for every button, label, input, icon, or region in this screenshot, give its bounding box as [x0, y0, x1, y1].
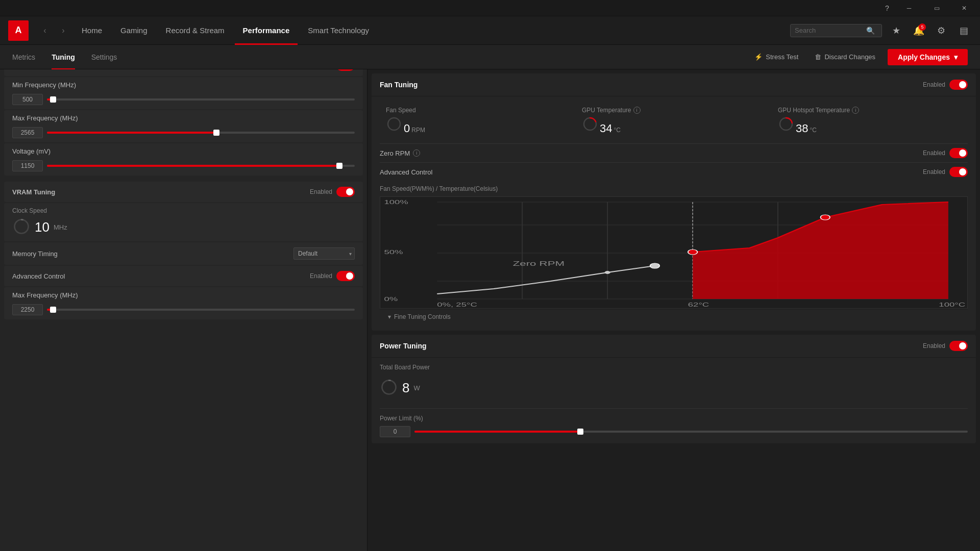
gpu-hotspot-display: 38 °C [778, 116, 962, 135]
fan-tuning-header: Fan Tuning Enabled [372, 73, 976, 96]
stress-test-button[interactable]: ⚡ Stress Test [750, 51, 802, 63]
fine-tuning-row[interactable]: ▾ Fine Tuning Controls [380, 309, 968, 324]
vram-max-freq-input[interactable] [12, 304, 43, 315]
memory-timing-select[interactable]: Default [293, 247, 355, 260]
vram-clock-dial [12, 217, 31, 237]
power-tuning-header: Power Tuning Enabled [372, 335, 976, 358]
max-freq-row [12, 127, 355, 138]
vram-tuning-row: VRAM Tuning Enabled [4, 182, 363, 202]
fan-advanced-toggle[interactable] [949, 167, 968, 177]
fan-tuning-toggle[interactable] [949, 80, 968, 90]
search-input[interactable] [795, 27, 866, 34]
right-panel: Fan Tuning Enabled Fan Speed [368, 69, 980, 551]
memory-timing-row: Memory Timing Default ▾ [4, 242, 363, 265]
power-tuning-title: Power Tuning [380, 342, 427, 350]
svg-point-29 [821, 215, 830, 220]
back-button[interactable]: ‹ [37, 22, 53, 39]
nav-performance[interactable]: Performance [235, 16, 298, 45]
help-icon[interactable]: ? [881, 2, 893, 14]
max-freq-fill [47, 132, 216, 134]
power-limit-track[interactable] [414, 431, 968, 433]
gpu-temp-display: 34 °C [582, 116, 766, 135]
vram-advanced-toggle[interactable] [336, 271, 355, 281]
vram-toggle[interactable] [336, 187, 355, 197]
power-limit-fill [414, 431, 580, 433]
forward-button[interactable]: › [55, 22, 71, 39]
voltage-mv-thumb[interactable] [336, 163, 342, 169]
svg-point-10 [388, 118, 400, 130]
vram-clock-unit: MHz [54, 223, 67, 231]
svg-text:0%: 0% [384, 296, 398, 302]
svg-point-8 [15, 220, 29, 234]
apply-label: Apply Changes [898, 53, 950, 61]
power-limit-input[interactable] [380, 426, 410, 437]
gpu-temp-label: GPU Temperature i [582, 107, 766, 114]
power-tuning-toggle[interactable] [949, 341, 968, 351]
vram-advanced-control-row: Advanced Control Enabled [4, 266, 363, 286]
nav-record-stream[interactable]: Record & Stream [158, 16, 233, 45]
memory-timing-dropdown-wrapper: Default ▾ [293, 247, 355, 260]
fan-chart[interactable]: 100% 50% 0% Zero RPM 62°C 100°C 0%, 25°C [380, 196, 968, 309]
svg-text:62°C: 62°C [688, 302, 709, 308]
fan-tuning-card: Fan Tuning Enabled Fan Speed [372, 73, 976, 331]
max-freq-thumb[interactable] [213, 130, 219, 136]
gpu-temp-unit: °C [614, 127, 620, 134]
gpu-hotspot-dial [778, 116, 794, 135]
voltage-mv-track[interactable] [47, 165, 355, 167]
search-box[interactable]: 🔍 [790, 24, 882, 37]
minimize-button[interactable]: ─ [897, 0, 921, 16]
notifications-button[interactable]: 🔔 5 [911, 22, 927, 39]
subnav-metrics[interactable]: Metrics [12, 45, 35, 69]
zero-rpm-label: Zero RPM [380, 149, 410, 157]
vram-max-freq-section: Max Frequency (MHz) [4, 287, 363, 319]
fan-speed-metric: Fan Speed 0 RPM [380, 103, 576, 139]
navbar: A ‹ › Home Gaming Record & Stream Perfor… [0, 16, 980, 45]
subnav-settings[interactable]: Settings [91, 45, 117, 69]
power-limit-slider-row [380, 426, 968, 437]
svg-text:100°C: 100°C [939, 302, 965, 308]
svg-text:0%, 25°C: 0%, 25°C [437, 302, 477, 308]
power-limit-thumb[interactable] [577, 429, 583, 435]
max-freq-section: Max Frequency (MHz) [4, 110, 363, 142]
amd-logo: A [8, 20, 29, 41]
zero-rpm-enabled: Enabled [923, 149, 945, 157]
nav-smart-technology[interactable]: Smart Technology [300, 16, 377, 45]
nav-home[interactable]: Home [74, 16, 110, 45]
gpu-hotspot-unit: °C [810, 127, 816, 134]
svg-point-37 [382, 381, 396, 394]
gpu-hotspot-info-icon[interactable]: i [852, 107, 859, 114]
zero-rpm-toggle[interactable] [949, 148, 968, 158]
apply-chevron-icon: ▾ [954, 53, 958, 61]
subnav-tuning[interactable]: Tuning [52, 45, 75, 69]
advanced-control-toggle[interactable] [336, 69, 355, 71]
max-freq-input[interactable] [12, 127, 43, 138]
close-button[interactable]: ✕ [952, 0, 976, 16]
fan-speed-label: Fan Speed [386, 107, 570, 114]
min-freq-input[interactable] [12, 94, 43, 105]
nav-gaming[interactable]: Gaming [112, 16, 156, 45]
svg-text:Zero RPM: Zero RPM [513, 260, 565, 267]
total-board-power-unit: W [413, 384, 420, 392]
min-freq-section: Min Frequency (MHz) [4, 77, 363, 109]
voltage-mv-input[interactable] [12, 160, 43, 171]
discard-button[interactable]: 🗑 Discard Changes [811, 51, 879, 63]
stress-test-label: Stress Test [766, 53, 798, 61]
gpu-temp-info-icon[interactable]: i [633, 107, 641, 114]
power-dial [380, 378, 398, 398]
max-freq-track[interactable] [47, 132, 355, 134]
maximize-button[interactable]: ▭ [925, 0, 948, 16]
min-freq-thumb[interactable] [50, 96, 56, 103]
navbar-right: 🔍 ★ 🔔 5 ⚙ ▤ [790, 22, 972, 39]
zero-rpm-info-icon[interactable]: i [413, 149, 420, 157]
settings-button[interactable]: ⚙ [933, 22, 949, 39]
chart-title: Fan Speed(PWM%) / Temperature(Celsius) [380, 185, 968, 192]
favorites-button[interactable]: ★ [888, 22, 904, 39]
vram-max-freq-track[interactable] [47, 309, 355, 311]
svg-text:50%: 50% [384, 249, 403, 255]
voltage-mv-label: Voltage (mV) [12, 147, 355, 155]
min-freq-track[interactable] [47, 98, 355, 101]
user-button[interactable]: ▤ [955, 22, 972, 39]
vram-advanced-label: Advanced Control [12, 272, 65, 280]
apply-button[interactable]: Apply Changes ▾ [888, 49, 968, 65]
vram-max-freq-thumb[interactable] [50, 307, 56, 313]
